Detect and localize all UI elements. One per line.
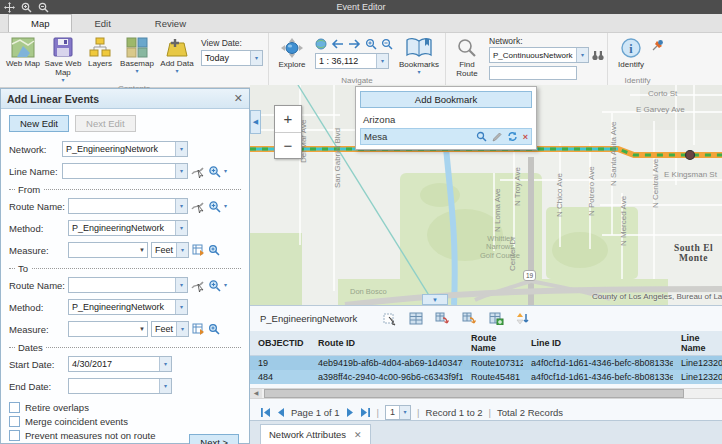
next-button[interactable]: Next > [189, 434, 239, 444]
zoom-options-icon[interactable] [208, 200, 221, 213]
chevron-down-icon[interactable]: ▾ [224, 168, 227, 174]
select-records-icon[interactable] [383, 312, 397, 326]
map-zoom-out-button[interactable]: − [275, 133, 301, 159]
prev-page-icon[interactable] [277, 408, 285, 417]
back-arrow-icon[interactable] [331, 39, 344, 49]
to-method-select[interactable]: P_EngineeringNetwork ▾ [68, 299, 188, 315]
checkbox-retire-overlaps[interactable]: Retire overlaps [9, 402, 241, 413]
panel-title: Add Linear Events [7, 93, 234, 105]
collapse-bottom-arrow[interactable]: ▼ [422, 294, 448, 305]
cell-line-id: a4f0cf1d-1d61-4346-befc-8b08133e681e [523, 356, 673, 371]
from-measure-input[interactable]: ▼ [68, 242, 148, 258]
identify-button[interactable]: i Identify [611, 35, 651, 69]
bookmark-refresh-icon[interactable] [507, 131, 518, 142]
web-map-button[interactable]: Web Map [3, 35, 43, 68]
line-name-label: Line Name: [9, 166, 59, 177]
checkbox-merge-coincident[interactable]: Merge coincident events [9, 416, 241, 427]
from-route-name-label: Route Name: [9, 201, 65, 212]
globe-icon[interactable] [315, 38, 327, 50]
collapse-left-arrow[interactable]: ◀ [250, 110, 261, 134]
bookmarks-button[interactable]: Bookmarks ▾ [396, 35, 442, 75]
column-header-route-name[interactable]: Route Name [463, 331, 523, 356]
start-date-label: Start Date: [9, 359, 65, 370]
column-header-line-id[interactable]: Line ID [523, 331, 673, 356]
last-page-icon[interactable] [360, 408, 371, 417]
measure-table-icon[interactable] [192, 323, 205, 335]
chevron-down-icon: ▾ [255, 55, 258, 61]
zoom-to-measure-icon[interactable] [208, 323, 220, 335]
to-route-name-select[interactable]: ▾ [68, 277, 188, 293]
network-label: Network: [489, 36, 604, 46]
add-data-button[interactable]: Add Data ▾ [157, 35, 197, 74]
page-number-select[interactable]: 1 ▾ [385, 405, 411, 420]
zoom-options-icon[interactable] [208, 279, 221, 292]
sort-records-icon[interactable] [516, 312, 530, 325]
tab-edit[interactable]: Edit [72, 15, 132, 32]
map-zoom-in-button[interactable]: + [275, 106, 301, 133]
start-date-select[interactable]: 4/30/2017 ▾ [68, 356, 172, 372]
tab-map[interactable]: Map [8, 14, 72, 32]
bookmark-item-mesa[interactable]: Mesa × [360, 128, 532, 145]
forward-arrow-icon[interactable] [348, 39, 361, 49]
zoom-in-icon[interactable] [365, 38, 377, 50]
basemap-button[interactable]: Basemap ▾ [117, 35, 157, 74]
zoom-out-icon[interactable] [381, 38, 393, 50]
zoom-to-selection-icon[interactable] [435, 312, 450, 325]
pushpin-icon[interactable] [651, 39, 664, 52]
find-route-button[interactable]: FindRoute [449, 35, 485, 78]
end-date-label: End Date: [9, 381, 65, 392]
add-bookmark-button[interactable]: Add Bookmark [360, 91, 532, 108]
end-date-select[interactable]: ▾ [68, 378, 172, 394]
from-method-select[interactable]: P_EngineeringNetwork ▾ [68, 220, 188, 236]
chevron-down-icon[interactable]: ▾ [224, 203, 227, 209]
next-page-icon[interactable] [346, 408, 354, 417]
horizontal-scrollbar[interactable]: ◀ [250, 388, 722, 399]
select-line-on-map-icon[interactable] [191, 165, 205, 178]
tab-network-attributes[interactable]: Network Attributes ✕ [260, 424, 371, 444]
table-row[interactable]: 484 a398ff4c-2940-4c00-96b6-c6343f9f1711… [250, 370, 722, 384]
pan-to-selection-icon[interactable] [462, 312, 477, 325]
table-view-icon[interactable] [409, 312, 423, 325]
web-map-label: Web Map [6, 59, 40, 68]
layers-button[interactable]: Layers [83, 35, 117, 68]
network-field-select[interactable]: P_EngineeringNetwork ▾ [62, 141, 188, 157]
next-edit-button[interactable]: Next Edit [75, 115, 136, 132]
selection-options-icon[interactable] [489, 312, 504, 325]
table-row[interactable]: 19 4eb9419b-af6b-4d04-ab69-1d403476802b … [250, 356, 722, 371]
view-date-select[interactable]: Today ▾ [201, 50, 263, 66]
new-edit-button[interactable]: New Edit [9, 115, 69, 132]
scale-select[interactable]: 1 : 36,112 ▾ [315, 53, 389, 69]
from-unit-select[interactable]: Feet ▾ [151, 242, 189, 258]
column-header-objectid[interactable]: OBJECTID [250, 331, 310, 356]
bookmark-edit-icon[interactable] [492, 132, 502, 142]
binoculars-icon[interactable] [592, 50, 604, 61]
to-unit-select[interactable]: Feet ▾ [151, 321, 189, 337]
total-records-text: Total 2 Records [497, 407, 563, 418]
zoom-to-measure-icon[interactable] [208, 244, 220, 256]
column-header-line-name[interactable]: Line Name [673, 331, 722, 356]
network-select[interactable]: P_ContinuousNetwork ▾ [489, 47, 589, 63]
bookmarks-icon [405, 37, 433, 59]
explore-button[interactable]: Explore [272, 35, 312, 69]
from-route-name-select[interactable]: ▾ [68, 198, 188, 214]
first-page-icon[interactable] [260, 408, 271, 417]
to-measure-input[interactable]: ▼ [68, 321, 148, 337]
bookmark-remove-icon[interactable]: × [523, 132, 528, 142]
bookmark-zoom-icon[interactable] [476, 131, 487, 142]
measure-table-icon[interactable] [192, 244, 205, 256]
close-icon[interactable]: ✕ [354, 430, 362, 440]
select-route-on-map-icon[interactable] [191, 279, 205, 292]
chevron-down-icon[interactable]: ▾ [224, 282, 227, 288]
scroll-left-arrow[interactable]: ◀ [250, 389, 262, 398]
zoom-options-icon[interactable] [208, 165, 221, 178]
select-route-on-map-icon[interactable] [191, 200, 205, 213]
tab-review[interactable]: Review [133, 15, 208, 32]
scrollbar-thumb[interactable] [264, 389, 684, 398]
save-web-map-button[interactable]: Save Web Map ▾ [43, 35, 83, 83]
line-name-select[interactable]: ▾ [62, 163, 188, 179]
route-input[interactable] [489, 66, 577, 80]
column-header-route-id[interactable]: Route ID [310, 331, 463, 356]
close-icon[interactable]: ✕ [234, 92, 243, 105]
bookmark-item-arizona[interactable]: Arizona [360, 111, 532, 128]
network-field-label: Network: [9, 144, 59, 155]
